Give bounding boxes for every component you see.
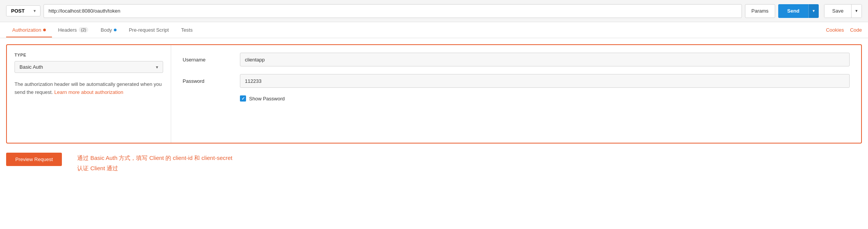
auth-left-panel: TYPE Basic Auth ▾ The authorization head… xyxy=(7,45,171,143)
username-label: Username xyxy=(183,57,228,63)
body-dot xyxy=(114,29,117,31)
annotation-line1: 通过 Basic Auth 方式，填写 Client 的 client-id 和… xyxy=(77,153,232,163)
password-row: Password xyxy=(183,74,850,88)
params-button[interactable]: Params xyxy=(745,4,775,18)
method-chevron-icon: ▾ xyxy=(34,9,36,13)
tab-tests[interactable]: Tests xyxy=(175,23,199,37)
annotation-line2: 认证 Client 通过 xyxy=(77,163,232,173)
username-row: Username xyxy=(183,53,850,66)
annotation-text: 通过 Basic Auth 方式，填写 Client 的 client-id 和… xyxy=(77,153,232,173)
preview-request-button[interactable]: Preview Request xyxy=(6,153,62,166)
send-button[interactable]: Send xyxy=(778,4,809,18)
send-chevron-icon: ▾ xyxy=(813,8,815,13)
preview-section: Preview Request 通过 Basic Auth 方式，填写 Clie… xyxy=(6,153,862,173)
method-button[interactable]: POST ▾ xyxy=(6,5,40,16)
send-button-group: Send ▾ xyxy=(778,4,819,18)
tabs-right-actions: Cookies Code xyxy=(826,27,862,33)
authorization-dot xyxy=(43,29,46,31)
username-input[interactable] xyxy=(240,53,850,66)
password-input[interactable] xyxy=(240,74,850,88)
save-button[interactable]: Save xyxy=(824,4,852,18)
method-label: POST xyxy=(11,8,24,14)
type-chevron-icon: ▾ xyxy=(156,65,158,70)
tab-authorization[interactable]: Authorization xyxy=(6,23,52,37)
show-password-row: ✓ Show Password xyxy=(240,95,850,102)
main-content: TYPE Basic Auth ▾ The authorization head… xyxy=(0,38,868,179)
send-dropdown-button[interactable]: ▾ xyxy=(808,4,819,18)
type-label: TYPE xyxy=(15,53,163,57)
auth-section: TYPE Basic Auth ▾ The authorization head… xyxy=(6,44,862,144)
type-select[interactable]: Basic Auth ▾ xyxy=(15,61,163,73)
save-button-group: Save ▾ xyxy=(824,4,862,18)
tab-prerequest[interactable]: Pre-request Script xyxy=(123,23,175,37)
learn-more-link[interactable]: Learn more about authorization xyxy=(54,89,123,95)
save-chevron-icon: ▾ xyxy=(855,8,858,13)
tab-body[interactable]: Body xyxy=(94,23,123,37)
code-link[interactable]: Code xyxy=(850,27,862,33)
type-value: Basic Auth xyxy=(19,64,43,70)
checkbox-icon: ✓ xyxy=(240,95,246,102)
tabs-bar: Authorization Headers (2) Body Pre-reque… xyxy=(0,22,868,38)
headers-badge: (2) xyxy=(79,27,88,32)
save-dropdown-button[interactable]: ▾ xyxy=(852,4,862,18)
auth-description: The authorization header will be automat… xyxy=(15,81,163,97)
show-password-label: Show Password xyxy=(249,96,285,102)
url-input[interactable] xyxy=(44,4,742,18)
top-bar: POST ▾ Params Send ▾ Save ▾ xyxy=(0,0,868,22)
tab-headers[interactable]: Headers (2) xyxy=(52,23,95,37)
show-password-checkbox[interactable]: ✓ Show Password xyxy=(240,95,285,102)
auth-right-panel: Username Password ✓ Show Password xyxy=(171,45,861,143)
password-label: Password xyxy=(183,78,228,84)
cookies-link[interactable]: Cookies xyxy=(826,27,844,33)
